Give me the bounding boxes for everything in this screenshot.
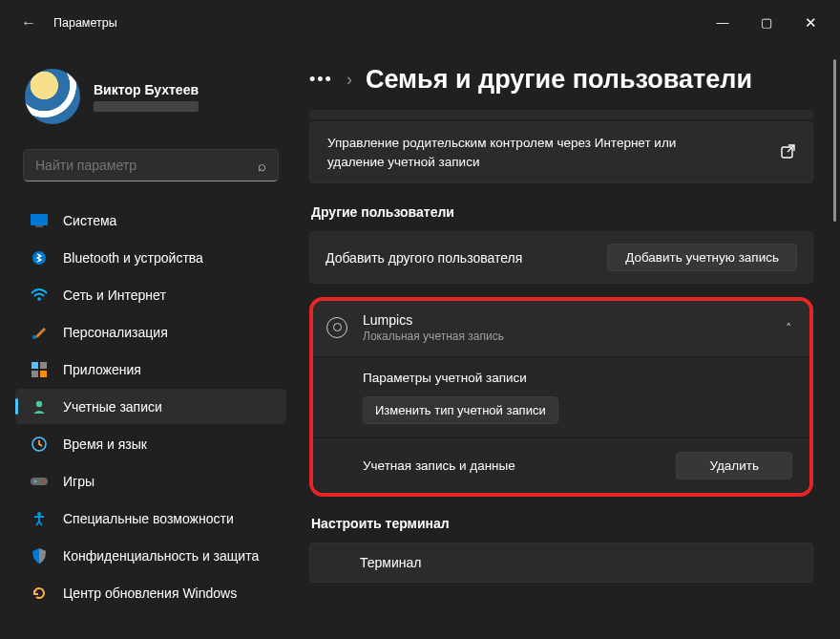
- add-user-label: Добавить другого пользователя: [326, 250, 522, 266]
- shield-icon: [31, 547, 48, 564]
- clock-icon: [31, 436, 48, 453]
- account-options-row: Параметры учетной записи Изменить тип уч…: [313, 356, 809, 437]
- system-icon: [31, 212, 48, 229]
- bluetooth-icon: [31, 249, 48, 266]
- sidebar-item-privacy[interactable]: Конфиденциальность и защита: [15, 538, 286, 573]
- sidebar-item-label: Bluetooth и устройства: [63, 250, 203, 266]
- terminal-label: Терминал: [360, 555, 421, 570]
- svg-rect-5: [32, 362, 38, 369]
- chevron-right-icon: ›: [346, 70, 352, 90]
- sidebar-item-gaming[interactable]: Игры: [15, 463, 286, 499]
- sidebar-item-network[interactable]: Сеть и Интернет: [15, 277, 286, 312]
- account-options-heading: Параметры учетной записи: [363, 371, 527, 385]
- svg-rect-11: [31, 478, 48, 485]
- sidebar-item-accounts[interactable]: Учетные записи: [15, 389, 286, 424]
- avatar: [25, 69, 80, 124]
- update-icon: [31, 585, 48, 602]
- add-user-row: Добавить другого пользователя Добавить у…: [309, 231, 813, 284]
- person-outline-icon: [326, 317, 347, 338]
- svg-rect-0: [31, 214, 48, 225]
- apps-icon: [31, 361, 48, 378]
- sidebar-item-system[interactable]: Система: [15, 202, 286, 238]
- sidebar-item-time-language[interactable]: Время и язык: [15, 426, 286, 461]
- window-close[interactable]: ✕: [788, 8, 832, 38]
- sidebar-item-label: Специальные возможности: [63, 511, 234, 526]
- window-maximize[interactable]: ▢: [745, 8, 788, 38]
- svg-rect-6: [40, 362, 47, 369]
- search-box[interactable]: ⌕: [23, 149, 279, 181]
- user-row-lumpics[interactable]: Lumpics Локальная учетная запись ˄: [313, 301, 809, 356]
- scrollbar-thumb[interactable]: [833, 59, 836, 222]
- search-icon: ⌕: [258, 158, 266, 174]
- person-icon: [31, 398, 48, 415]
- sidebar-item-apps[interactable]: Приложения: [15, 351, 286, 387]
- family-management-card[interactable]: Управление родительским контролем через …: [309, 121, 813, 183]
- window-minimize[interactable]: —: [701, 8, 745, 38]
- svg-point-13: [42, 479, 44, 481]
- sidebar-item-label: Персонализация: [63, 325, 168, 340]
- terminal-heading: Настроить терминал: [311, 516, 813, 531]
- breadcrumb: ••• › Семья и другие пользователи: [309, 65, 813, 95]
- family-management-text: Управление родительским контролем через …: [327, 134, 728, 171]
- svg-point-3: [37, 297, 41, 301]
- sidebar-item-bluetooth[interactable]: Bluetooth и устройства: [15, 240, 286, 275]
- delete-account-button[interactable]: Удалить: [676, 452, 792, 479]
- svg-point-4: [32, 335, 36, 339]
- profile-subtitle-redacted: [94, 101, 199, 112]
- sidebar-item-label: Система: [63, 213, 116, 228]
- sidebar-item-windows-update[interactable]: Центр обновления Windows: [15, 575, 286, 610]
- user-name: Lumpics: [363, 312, 504, 328]
- account-data-heading: Учетная запись и данные: [363, 458, 515, 473]
- svg-point-14: [37, 512, 41, 516]
- breadcrumb-overflow[interactable]: •••: [309, 70, 333, 90]
- sidebar-item-label: Центр обновления Windows: [63, 586, 237, 601]
- svg-point-9: [36, 400, 42, 406]
- svg-point-12: [34, 479, 36, 481]
- wifi-icon: [31, 287, 48, 304]
- sidebar-item-label: Сеть и Интернет: [63, 288, 166, 303]
- chevron-up-icon: ˄: [786, 321, 792, 335]
- sidebar-item-accessibility[interactable]: Специальные возможности: [15, 501, 286, 536]
- sidebar-item-label: Приложения: [63, 362, 141, 377]
- sidebar-item-label: Конфиденциальность и защита: [63, 548, 259, 564]
- open-external-icon: [781, 144, 795, 161]
- profile-block[interactable]: Виктор Бухтеев: [11, 63, 290, 141]
- user-subtitle: Локальная учетная запись: [363, 330, 504, 343]
- profile-name: Виктор Бухтеев: [94, 82, 199, 97]
- terminal-row[interactable]: Терминал: [309, 543, 813, 583]
- accessibility-icon: [31, 510, 48, 527]
- page-title: Семья и другие пользователи: [366, 65, 752, 95]
- sidebar-item-label: Учетные записи: [63, 399, 162, 415]
- sidebar-item-label: Игры: [63, 474, 94, 489]
- svg-rect-1: [35, 225, 43, 227]
- change-account-type-button[interactable]: Изменить тип учетной записи: [363, 396, 558, 424]
- gamepad-icon: [31, 473, 48, 490]
- other-users-heading: Другие пользователи: [311, 204, 813, 220]
- back-button[interactable]: ←: [13, 14, 44, 32]
- add-account-button[interactable]: Добавить учетную запись: [607, 244, 797, 271]
- svg-rect-8: [40, 371, 47, 377]
- collapsed-card-edge: [309, 110, 813, 119]
- account-data-row: Учетная запись и данные Удалить: [313, 437, 809, 493]
- brush-icon: [31, 324, 48, 341]
- svg-rect-7: [32, 371, 38, 377]
- sidebar-item-personalization[interactable]: Персонализация: [15, 314, 286, 350]
- search-input[interactable]: [35, 158, 258, 173]
- window-title: Параметры: [53, 16, 117, 30]
- highlighted-user-panel: Lumpics Локальная учетная запись ˄ Парам…: [309, 297, 813, 497]
- sidebar-item-label: Время и язык: [63, 437, 147, 452]
